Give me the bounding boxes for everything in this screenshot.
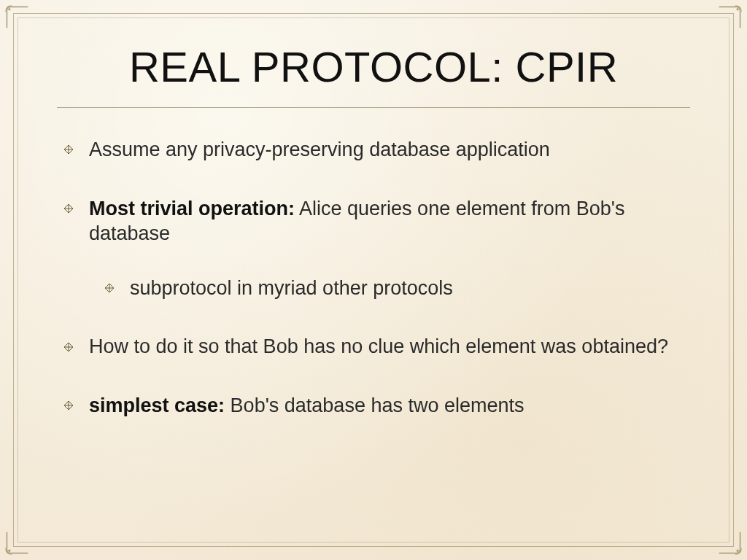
bold-run: Most trivial operation:: [89, 198, 295, 219]
slide-title: REAL PROTOCOL: CPIR: [57, 42, 690, 91]
sub-bullet-list: subprotocol in myriad other protocols: [105, 276, 683, 301]
diamond-bullet-icon: [64, 204, 73, 213]
svg-point-2: [8, 550, 10, 552]
svg-point-3: [737, 550, 739, 552]
diamond-bullet-icon: [64, 343, 73, 351]
slide-content: REAL PROTOCOL: CPIR Assume any privacy-p…: [13, 13, 734, 547]
list-item: Assume any privacy-preserving database a…: [64, 137, 683, 163]
svg-point-0: [8, 8, 10, 10]
list-item: simplest case: Bob's database has two el…: [64, 393, 683, 419]
list-item: subprotocol in myriad other protocols: [105, 276, 683, 301]
list-item-text: simplest case: Bob's database has two el…: [89, 394, 525, 416]
list-item: How to do it so that Bob has no clue whi…: [64, 334, 683, 359]
text-run: Bob's database has two elements: [225, 394, 524, 416]
diamond-bullet-icon: [105, 284, 114, 292]
bold-run: simplest case:: [89, 394, 225, 416]
list-item-text: How to do it so that Bob has no clue whi…: [89, 335, 668, 357]
diamond-bullet-icon: [64, 145, 73, 154]
bullet-list: Assume any privacy-preserving database a…: [57, 137, 690, 418]
list-item: Most trivial operation: Alice queries on…: [64, 196, 683, 301]
list-item-text: Most trivial operation: Alice queries on…: [89, 198, 624, 245]
svg-point-1: [737, 8, 739, 10]
diamond-bullet-icon: [64, 401, 73, 410]
list-item-text: subprotocol in myriad other protocols: [130, 277, 453, 299]
list-item-text: Assume any privacy-preserving database a…: [89, 139, 550, 160]
title-divider: [57, 107, 690, 108]
